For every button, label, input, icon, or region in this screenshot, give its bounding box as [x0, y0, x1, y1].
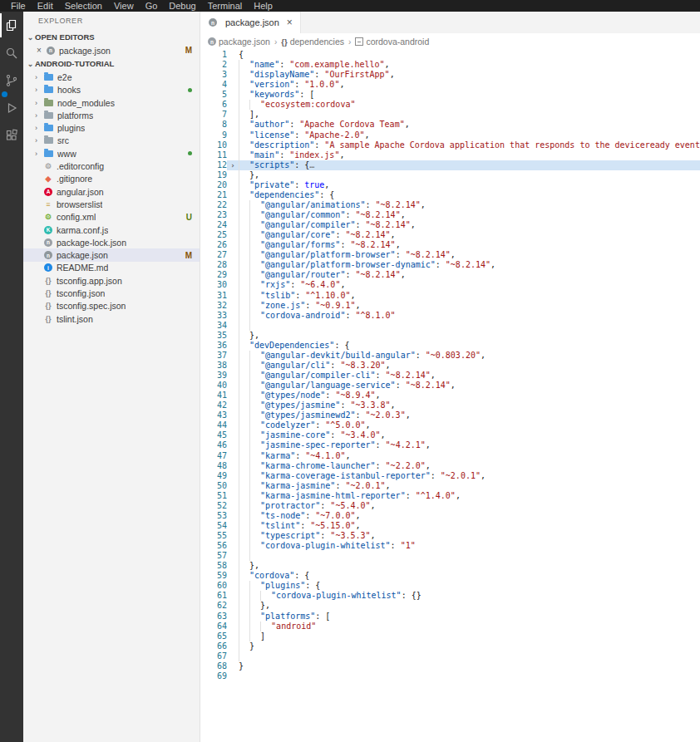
code-line-23[interactable]: 23"@angular/common": "~8.2.14",: [200, 210, 700, 220]
code-line-text[interactable]: "typescript": "~3.5.3",: [239, 531, 700, 541]
explorer-icon[interactable]: [0, 12, 23, 39]
code-line-text[interactable]: "tslib": "^1.10.0",: [239, 291, 700, 301]
tree-item-angular-json[interactable]: Aangular.json: [23, 185, 200, 198]
code-line-50[interactable]: 50"karma-jasmine": "~2.0.1",: [200, 481, 700, 491]
code-line-6[interactable]: 6"ecosystem:cordova": [200, 100, 700, 110]
code-line-text[interactable]: "version": "1.0.0",: [239, 80, 700, 90]
code-line-35[interactable]: 35},: [200, 331, 700, 341]
code-line-text[interactable]: "plugins": {: [239, 581, 700, 591]
tree-item-plugins[interactable]: ›plugins: [23, 121, 200, 134]
code-line-19[interactable]: 19},: [200, 170, 700, 180]
code-line-text[interactable]: "@angular/compiler": "~8.2.14",: [239, 220, 700, 230]
code-line-9[interactable]: 9"license": "Apache-2.0",: [200, 130, 700, 140]
code-line-text[interactable]: "devDependencies": {: [239, 341, 700, 351]
code-line-54[interactable]: 54"tslint": "~5.15.0",: [200, 521, 700, 531]
tree-item-karma-conf-js[interactable]: Kkarma.conf.js: [23, 224, 200, 236]
code-line-text[interactable]: "@angular/platform-browser": "~8.2.14",: [239, 250, 700, 260]
open-editors-header[interactable]: ⌄ OPEN EDITORS: [23, 30, 200, 44]
code-line-text[interactable]: "keywords": [: [239, 90, 700, 100]
code-line-text[interactable]: "protractor": "~5.4.0",: [239, 501, 700, 511]
menu-selection[interactable]: Selection: [59, 1, 108, 11]
code-line-3[interactable]: 3"displayName": "OurFirstApp",: [200, 70, 700, 80]
menu-view[interactable]: View: [108, 1, 140, 11]
code-line-text[interactable]: "zone.js": "~0.9.1",: [239, 301, 700, 311]
tree-item-package-lock-json[interactable]: npackage-lock.json: [23, 236, 200, 248]
code-line-2[interactable]: 2"name": "com.example.hello",: [200, 60, 700, 70]
tree-item-config-xml[interactable]: ⚙config.xmlU: [23, 211, 200, 224]
code-line-44[interactable]: 44"codelyzer": "^5.0.0",: [200, 420, 700, 430]
code-line-text[interactable]: [239, 671, 700, 681]
code-line-69[interactable]: 69: [200, 671, 700, 681]
code-line-text[interactable]: "ecosystem:cordova": [239, 100, 700, 110]
code-line-text[interactable]: "karma-jasmine-html-reporter": "^1.4.0",: [239, 491, 700, 501]
menu-file[interactable]: File: [5, 1, 32, 11]
code-line-49[interactable]: 49"karma-coverage-istanbul-reporter": "~…: [200, 471, 700, 481]
code-line-34[interactable]: 34: [200, 321, 700, 331]
code-line-text[interactable]: "@types/jasmine": "~3.3.8",: [239, 400, 700, 410]
code-line-text[interactable]: "scripts": {…: [239, 160, 700, 170]
menu-help[interactable]: Help: [248, 1, 279, 11]
open-editor-item-package-json[interactable]: × n package.json M: [23, 44, 200, 57]
code-line-text[interactable]: },: [239, 561, 700, 571]
code-line-text[interactable]: },: [239, 170, 700, 180]
tree-item--gitignore[interactable]: ◆.gitignore: [23, 173, 200, 185]
code-line-text[interactable]: "author": "Apache Cordova Team",: [239, 120, 700, 130]
code-line-32[interactable]: 32"zone.js": "~0.9.1",: [200, 301, 700, 311]
code-line-68[interactable]: 68}: [200, 661, 700, 671]
breadcrumb-item-dependencies[interactable]: {}dependencies: [281, 37, 344, 47]
code-line-text[interactable]: "jasmine-spec-reporter": "~4.2.1",: [239, 440, 700, 450]
code-line-text[interactable]: "@angular/compiler-cli": "~8.2.14",: [239, 371, 700, 381]
code-line-text[interactable]: "@angular/platform-browser-dynamic": "~8…: [239, 260, 700, 270]
code-line-65[interactable]: 65]: [200, 631, 700, 641]
code-line-4[interactable]: 4"version": "1.0.0",: [200, 80, 700, 90]
tree-item-tslint-json[interactable]: {}tslint.json: [23, 312, 200, 325]
code-line-11[interactable]: 11"main": "index.js",: [200, 150, 700, 160]
code-line-24[interactable]: 24"@angular/compiler": "~8.2.14",: [200, 220, 700, 230]
code-line-39[interactable]: 39"@angular/compiler-cli": "~8.2.14",: [200, 371, 700, 381]
code-line-text[interactable]: "description": "A sample Apache Cordova …: [239, 140, 700, 150]
code-line-text[interactable]: "@angular/animations": "~8.2.14",: [239, 200, 700, 210]
code-line-text[interactable]: "@angular/common": "~8.2.14",: [239, 210, 700, 220]
code-line-text[interactable]: "jasmine-core": "~3.4.0",: [239, 430, 700, 440]
code-line-text[interactable]: [239, 321, 700, 331]
code-line-56[interactable]: 56"cordova-plugin-whitelist": "1": [200, 541, 700, 551]
code-line-text[interactable]: "@angular/cli": "~8.3.20",: [239, 361, 700, 371]
code-line-53[interactable]: 53"ts-node": "~7.0.0",: [200, 511, 700, 521]
code-line-61[interactable]: 61"cordova-plugin-whitelist": {}: [200, 591, 700, 601]
code-line-66[interactable]: 66}: [200, 641, 700, 651]
tree-item-readme-md[interactable]: iREADME.md: [23, 262, 200, 274]
code-line-46[interactable]: 46"jasmine-spec-reporter": "~4.2.1",: [200, 440, 700, 450]
tree-item-hooks[interactable]: ›hooks: [23, 84, 200, 96]
workspace-folder-header[interactable]: ⌄ ANDROID-TUTORIAL: [23, 57, 200, 71]
code-line-21[interactable]: 21"dependencies": {: [200, 190, 700, 200]
code-line-text[interactable]: "main": "index.js",: [239, 150, 700, 160]
code-line-text[interactable]: ]: [239, 631, 700, 641]
code-line-text[interactable]: "karma-coverage-istanbul-reporter": "~2.…: [239, 471, 700, 481]
tree-item-e2e[interactable]: ›e2e: [23, 71, 200, 83]
code-line-41[interactable]: 41"@types/node": "~8.9.4",: [200, 391, 700, 400]
code-line-33[interactable]: 33"cordova-android": "^8.1.0": [200, 311, 700, 321]
code-line-text[interactable]: }: [239, 661, 700, 671]
code-line-12[interactable]: 12›"scripts": {…: [200, 160, 700, 170]
tree-item-package-json[interactable]: npackage.jsonM: [23, 248, 200, 261]
code-line-45[interactable]: 45"jasmine-core": "~3.4.0",: [200, 430, 700, 440]
code-line-text[interactable]: "@angular/language-service": "~8.2.14",: [239, 381, 700, 391]
code-line-1[interactable]: 1{: [200, 50, 700, 60]
code-line-60[interactable]: 60"plugins": {: [200, 581, 700, 591]
code-line-text[interactable]: "cordova-plugin-whitelist": {}: [239, 591, 700, 601]
breadcrumb-item-cordova-android[interactable]: cordova-android: [355, 37, 429, 47]
tree-item-platforms[interactable]: ›platforms: [23, 109, 200, 121]
code-line-text[interactable]: "karma": "~4.1.0",: [239, 451, 700, 461]
tree-item-tsconfig-spec-json[interactable]: {}tsconfig.spec.json: [23, 300, 200, 312]
code-line-38[interactable]: 38"@angular/cli": "~8.3.20",: [200, 361, 700, 371]
code-line-text[interactable]: [239, 651, 700, 661]
code-line-text[interactable]: "cordova-android": "^8.1.0": [239, 311, 700, 321]
code-line-64[interactable]: 64"android": [200, 622, 700, 631]
code-line-62[interactable]: 62},: [200, 601, 700, 611]
extensions-icon[interactable]: [0, 121, 23, 149]
code-line-29[interactable]: 29"@angular/router": "~8.2.14",: [200, 270, 700, 280]
tab-close-icon[interactable]: ×: [287, 17, 293, 28]
menu-go[interactable]: Go: [140, 1, 164, 11]
tree-item-www[interactable]: ›www: [23, 147, 200, 160]
breadcrumb-item-package-json[interactable]: npackage.json: [208, 37, 270, 47]
